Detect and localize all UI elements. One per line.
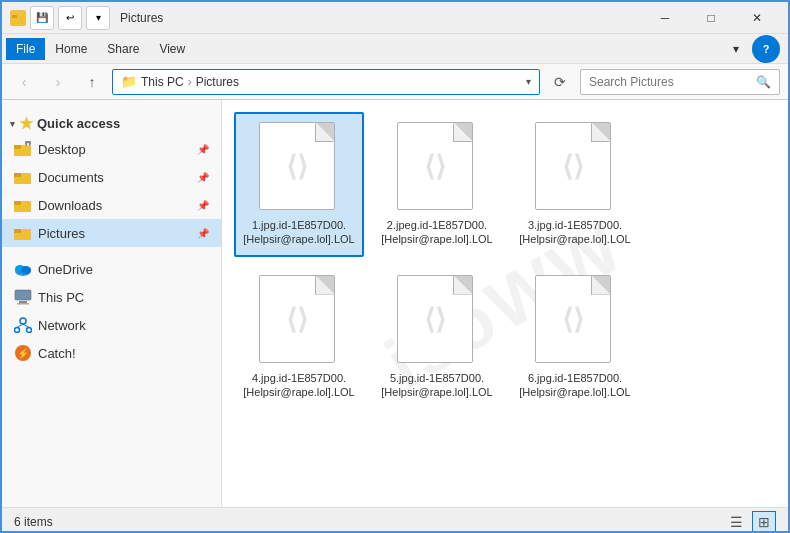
status-bar: 6 items ☰ ⊞ (2, 507, 788, 533)
sidebar-desktop-label: Desktop (38, 142, 191, 157)
back-button[interactable]: ‹ (10, 68, 38, 96)
window-icon (10, 10, 26, 26)
sidebar-network-label: Network (38, 318, 209, 333)
path-sep-1: › (188, 75, 192, 89)
sidebar-thispc-label: This PC (38, 290, 209, 305)
file-name: 3.jpg.id-1E857D0​0.[Helpsir@rape.lol].LO… (518, 218, 632, 247)
path-pictures[interactable]: Pictures (196, 75, 239, 89)
sidebar-pictures-pin: 📌 (197, 228, 209, 239)
close-button[interactable]: ✕ (734, 2, 780, 34)
file-item[interactable]: ⟨⟩ 6.jpg.id-1E857D0​0.[Helpsir@rape.lol]… (510, 265, 640, 410)
tile-view-button[interactable]: ⊞ (752, 511, 776, 533)
main-layout: ▾ ★ Quick access Desktop 📌 Documents 📌 D… (2, 100, 788, 507)
status-view-controls: ☰ ⊞ (724, 511, 776, 533)
up-button[interactable]: ↑ (78, 68, 106, 96)
path-home-icon: 📁 (121, 74, 137, 89)
sidebar-documents-pin: 📌 (197, 172, 209, 183)
minimize-button[interactable]: ─ (642, 2, 688, 34)
sidebar-downloads-pin: 📌 (197, 200, 209, 211)
svg-point-20 (27, 328, 32, 333)
file-icon: ⟨⟩ (259, 275, 339, 365)
menu-view[interactable]: View (149, 38, 195, 60)
maximize-button[interactable]: □ (688, 2, 734, 34)
file-page: ⟨⟩ (535, 122, 611, 210)
sidebar-item-onedrive[interactable]: OneDrive (2, 255, 221, 283)
sidebar-item-network[interactable]: Network (2, 311, 221, 339)
file-grid: ⟨⟩ 1.jpg.id-1E857D0​0.[Helpsir@rape.lol]… (234, 112, 776, 409)
svg-point-19 (15, 328, 20, 333)
svg-rect-3 (14, 145, 21, 149)
sidebar: ▾ ★ Quick access Desktop 📌 Documents 📌 D… (2, 100, 222, 507)
file-item[interactable]: ⟨⟩ 5.jpg.id-1E857D0​0.[Helpsir@rape.lol]… (372, 265, 502, 410)
svg-point-14 (21, 266, 31, 274)
menu-file[interactable]: File (6, 38, 45, 60)
file-page: ⟨⟩ (397, 275, 473, 363)
file-name: 6.jpg.id-1E857D0​0.[Helpsir@rape.lol].LO… (518, 371, 632, 400)
list-view-button[interactable]: ☰ (724, 511, 748, 533)
search-input[interactable] (589, 75, 752, 89)
quick-access-section[interactable]: ▾ ★ Quick access (2, 108, 221, 135)
quick-access-toolbar: 💾 ↩ ▾ (10, 6, 110, 30)
qs-save-button[interactable]: 💾 (30, 6, 54, 30)
sidebar-item-pictures[interactable]: Pictures 📌 (2, 219, 221, 247)
catch-icon: ⚡ (14, 344, 32, 362)
sidebar-item-catch[interactable]: ⚡ Catch! (2, 339, 221, 367)
sidebar-item-thispc[interactable]: This PC (2, 283, 221, 311)
file-icon: ⟨⟩ (259, 122, 339, 212)
svg-rect-11 (14, 229, 21, 233)
sidebar-desktop-pin: 📌 (197, 144, 209, 155)
search-box[interactable]: 🔍 (580, 69, 780, 95)
sidebar-onedrive-label: OneDrive (38, 262, 209, 277)
menu-home[interactable]: Home (45, 38, 97, 60)
folder-downloads-icon (14, 196, 32, 214)
svg-line-21 (17, 324, 23, 328)
folder-documents-icon (14, 168, 32, 186)
file-name: 4.jpg.id-1E857D0​0.[Helpsir@rape.lol].LO… (242, 371, 356, 400)
window-title: Pictures (120, 11, 163, 25)
menu-bar: File Home Share View ▾ ? (2, 34, 788, 64)
svg-point-18 (20, 318, 26, 324)
qs-dropdown-button[interactable]: ▾ (86, 6, 110, 30)
star-icon: ★ (19, 114, 33, 133)
search-icon[interactable]: 🔍 (756, 75, 771, 89)
file-page: ⟨⟩ (535, 275, 611, 363)
onedrive-icon (14, 260, 32, 278)
title-bar: 💾 ↩ ▾ Pictures ─ □ ✕ (2, 2, 788, 34)
svg-text:⚡: ⚡ (17, 347, 30, 360)
sidebar-documents-label: Documents (38, 170, 191, 185)
sidebar-item-downloads[interactable]: Downloads 📌 (2, 191, 221, 219)
folder-pictures-icon (14, 224, 32, 242)
network-icon (14, 316, 32, 334)
sidebar-pictures-label: Pictures (38, 226, 191, 241)
folder-pin-icon (14, 140, 32, 158)
svg-rect-15 (15, 290, 31, 300)
qs-undo-button[interactable]: ↩ (58, 6, 82, 30)
refresh-button[interactable]: ⟳ (546, 68, 574, 96)
file-area: isoWW ⟨⟩ 1.jpg.id-1E857D0​0.[Helpsir@rap… (222, 100, 788, 507)
sidebar-item-desktop[interactable]: Desktop 📌 (2, 135, 221, 163)
file-page: ⟨⟩ (259, 122, 335, 210)
svg-rect-9 (14, 201, 21, 205)
file-item[interactable]: ⟨⟩ 3.jpg.id-1E857D0​0.[Helpsir@rape.lol]… (510, 112, 640, 257)
sidebar-catch-label: Catch! (38, 346, 209, 361)
file-icon: ⟨⟩ (535, 275, 615, 365)
file-item[interactable]: ⟨⟩ 2.jpeg.id-1E857D0​0.[Helpsir@rape.lol… (372, 112, 502, 257)
svg-rect-17 (17, 303, 29, 305)
menu-share[interactable]: Share (97, 38, 149, 60)
svg-line-22 (23, 324, 29, 328)
svg-rect-1 (12, 15, 17, 18)
window-controls: ─ □ ✕ (642, 2, 780, 34)
path-this-pc[interactable]: This PC (141, 75, 184, 89)
address-path[interactable]: 📁 This PC › Pictures ▾ (112, 69, 540, 95)
ribbon-collapse-button[interactable]: ▾ (720, 35, 752, 63)
file-name: 2.jpeg.id-1E857D0​0.[Helpsir@rape.lol].L… (380, 218, 494, 247)
forward-button[interactable]: › (44, 68, 72, 96)
sidebar-item-documents[interactable]: Documents 📌 (2, 163, 221, 191)
svg-rect-7 (14, 173, 21, 177)
file-item[interactable]: ⟨⟩ 4.jpg.id-1E857D0​0.[Helpsir@rape.lol]… (234, 265, 364, 410)
help-button[interactable]: ? (752, 35, 780, 63)
svg-rect-16 (19, 301, 27, 303)
file-item[interactable]: ⟨⟩ 1.jpg.id-1E857D0​0.[Helpsir@rape.lol]… (234, 112, 364, 257)
thispc-icon (14, 288, 32, 306)
path-dropdown-arrow[interactable]: ▾ (526, 76, 531, 87)
